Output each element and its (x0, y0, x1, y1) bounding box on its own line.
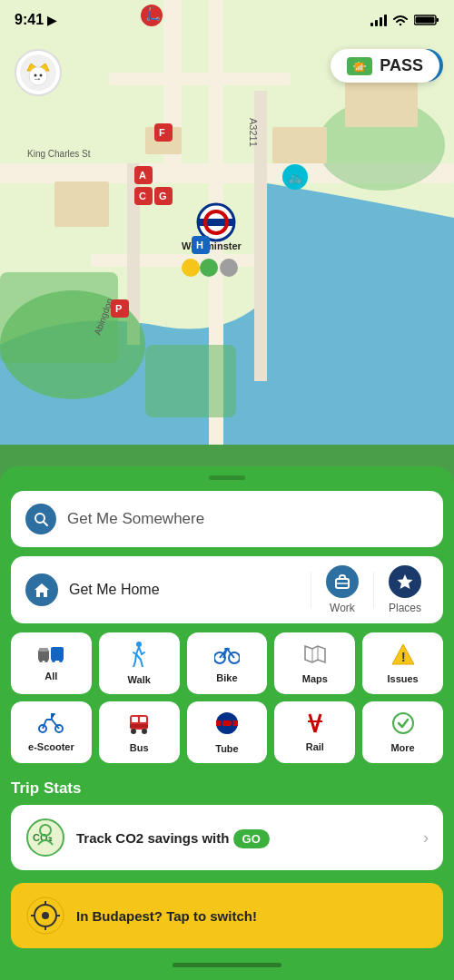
svg-point-80 (142, 729, 147, 734)
tube-icon (214, 710, 240, 740)
svg-text:H: H (196, 240, 203, 250)
svg-rect-11 (54, 181, 109, 227)
places-icon-wrap (389, 565, 421, 598)
svg-point-39 (200, 259, 218, 277)
svg-rect-81 (130, 724, 148, 728)
pass-icon: 📶 (347, 57, 372, 75)
transport-bike[interactable]: Bike (187, 632, 268, 694)
svg-point-88 (393, 713, 413, 733)
home-indicator (0, 956, 454, 980)
bus-label: Bus (130, 742, 149, 753)
escooter-label: e-Scooter (28, 741, 74, 752)
status-bar: 9:41 ▶ (0, 0, 454, 40)
transport-more[interactable]: More (362, 701, 443, 763)
search-bar[interactable]: Get Me Somewhere (11, 491, 443, 547)
star-icon (396, 573, 414, 591)
transport-issues[interactable]: ! Issues (362, 632, 443, 694)
chevron-right-icon: › (423, 828, 429, 848)
bike-label: Bike (216, 672, 237, 683)
search-placeholder: Get Me Somewhere (67, 510, 204, 528)
svg-rect-13 (272, 127, 327, 163)
more-label: More (390, 742, 414, 753)
transport-escooter[interactable]: e-Scooter (11, 701, 92, 763)
svg-line-86 (315, 714, 321, 732)
tube-label: Tube (215, 743, 238, 754)
svg-text:!: ! (401, 650, 406, 664)
transport-maps[interactable]: Maps (274, 632, 355, 694)
walk-icon (129, 642, 149, 671)
svg-point-61 (39, 659, 43, 662)
svg-line-85 (310, 714, 315, 732)
svg-rect-44 (437, 18, 439, 22)
svg-text:A: A (139, 170, 146, 181)
signal-icon (370, 14, 387, 26)
maps-icon (303, 642, 327, 670)
walk-label: Walk (128, 674, 151, 685)
svg-rect-2 (109, 73, 291, 85)
svg-text:A3211: A3211 (248, 118, 259, 147)
work-icon-wrap (326, 565, 359, 598)
search-icon-wrap (25, 504, 56, 534)
home-icon-wrap (25, 573, 58, 606)
briefcase-icon (333, 573, 351, 591)
quick-actions: Get Me Home Work Places (11, 556, 443, 623)
svg-rect-78 (140, 717, 146, 722)
budapest-text: In Budapest? Tap to switch! (76, 908, 429, 924)
svg-text:🚲: 🚲 (288, 170, 303, 185)
pass-button[interactable]: 📶 PASS (331, 49, 439, 83)
home-bar (173, 963, 281, 967)
svg-rect-77 (132, 717, 138, 722)
places-action[interactable]: Places (374, 556, 436, 623)
transport-grid: All Walk Bike (0, 623, 454, 772)
svg-rect-9 (145, 345, 236, 417)
places-label: Places (389, 602, 421, 614)
transport-all[interactable]: All (11, 632, 92, 694)
escooter-icon (38, 712, 64, 738)
transport-tube[interactable]: Tube (187, 701, 268, 763)
transport-rail[interactable]: Rail (274, 701, 355, 763)
issues-label: Issues (387, 673, 418, 684)
svg-point-65 (59, 659, 63, 662)
transport-bus[interactable]: Bus (99, 701, 180, 763)
battery-icon (414, 14, 439, 26)
work-action[interactable]: Work (311, 556, 373, 623)
svg-text:Westminster: Westminster (182, 240, 242, 251)
rail-label: Rail (306, 741, 324, 752)
svg-point-62 (44, 659, 48, 662)
svg-text:King Charles St: King Charles St (27, 149, 91, 159)
svg-marker-59 (397, 574, 412, 589)
budapest-icon (25, 896, 65, 936)
budapest-banner[interactable]: In Budapest? Tap to switch! (11, 883, 443, 948)
search-icon (33, 511, 49, 527)
avatar[interactable]: → (15, 49, 62, 96)
rail-icon (302, 712, 328, 738)
svg-point-40 (220, 259, 238, 277)
trip-stats-section: Trip Stats CO₂ Track CO2 savings with GO… (0, 772, 454, 876)
bike-icon (214, 643, 240, 669)
svg-text:C: C (139, 191, 146, 201)
svg-text:F: F (159, 127, 165, 138)
maps-label: Maps (302, 673, 328, 684)
status-time: 9:41 ▶ (15, 12, 56, 28)
svg-text:G: G (159, 191, 167, 201)
drag-handle[interactable] (209, 475, 245, 480)
all-label: All (44, 671, 57, 681)
svg-rect-83 (216, 720, 238, 726)
more-icon (391, 711, 415, 739)
co2-icon: CO₂ (25, 818, 65, 858)
co2-text: Track CO2 savings with GO (76, 830, 412, 846)
transport-walk[interactable]: Walk (99, 632, 180, 694)
svg-point-79 (131, 729, 136, 734)
svg-line-56 (44, 522, 47, 525)
svg-point-94 (42, 912, 49, 919)
svg-point-64 (52, 659, 55, 662)
go-badge: GO (233, 829, 270, 848)
trip-stats-card[interactable]: CO₂ Track CO2 savings with GO › (11, 805, 443, 870)
time-label: 9:41 (15, 12, 44, 28)
status-icons (370, 14, 439, 26)
trip-stats-title: Trip Stats (11, 779, 443, 798)
home-action[interactable]: Get Me Home (18, 561, 311, 619)
svg-point-38 (182, 259, 200, 277)
co2-label: Track CO2 savings with (76, 830, 229, 846)
all-icon (38, 645, 64, 667)
